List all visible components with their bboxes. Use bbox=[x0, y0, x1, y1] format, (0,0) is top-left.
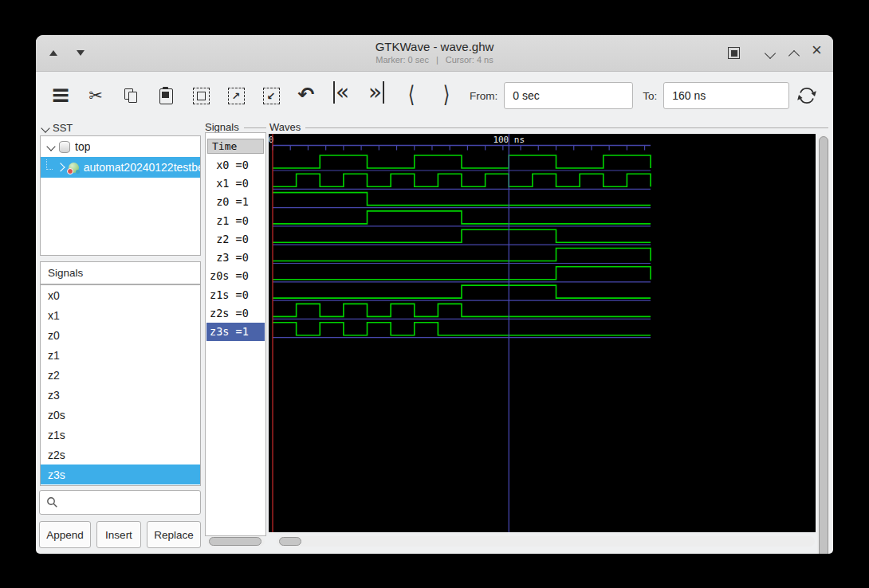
values-frame-label: Signals bbox=[205, 120, 266, 133]
values-panel: Time x0 =0 x1 =0 z0 =1 z1 =0 z2 =0 z3 =0… bbox=[205, 132, 266, 536]
expander-icon[interactable] bbox=[46, 142, 55, 151]
cursor-status: Cursor: 4 ns bbox=[446, 55, 493, 65]
value-row-z2[interactable]: z2 =0 bbox=[206, 229, 265, 248]
close-icon[interactable]: × bbox=[812, 41, 822, 59]
paste-icon[interactable] bbox=[152, 77, 179, 114]
sst-tree: top automat20240122testbe bbox=[40, 135, 201, 256]
signal-list-item-z1[interactable]: z1 bbox=[41, 345, 200, 365]
tree-item-label: top bbox=[75, 140, 90, 153]
shade-down-icon[interactable] bbox=[77, 50, 85, 56]
step-left-icon[interactable]: ⟨ bbox=[398, 77, 425, 114]
to-input[interactable] bbox=[663, 82, 789, 109]
value-row-z0[interactable]: z0 =1 bbox=[206, 193, 265, 211]
values-frame-label-text: Signals bbox=[205, 121, 239, 133]
step-right-icon[interactable]: ⟩ bbox=[433, 77, 460, 114]
signal-list-item-x0[interactable]: x0 bbox=[41, 285, 200, 305]
tree-connector-icon bbox=[46, 159, 53, 170]
tree-item-top[interactable]: top bbox=[41, 136, 200, 157]
replace-button[interactable]: Replace bbox=[147, 521, 201, 548]
signal-list-item-z0[interactable]: z0 bbox=[41, 325, 200, 345]
shade-up-icon[interactable] bbox=[49, 50, 57, 56]
search-box[interactable] bbox=[39, 490, 201, 515]
titlebar-text: GTKWave - wave.ghw Marker: 0 sec | Curso… bbox=[195, 40, 674, 65]
search-input[interactable] bbox=[63, 496, 200, 509]
signal-list-item-z2[interactable]: z2 bbox=[41, 365, 200, 385]
status-line: Marker: 0 sec | Cursor: 4 ns bbox=[195, 55, 674, 65]
signal-list-item-x1[interactable]: x1 bbox=[41, 305, 200, 325]
time-header[interactable]: Time bbox=[207, 139, 264, 154]
append-button[interactable]: Append bbox=[39, 521, 91, 548]
value-row-z1s[interactable]: z1s =0 bbox=[206, 285, 265, 304]
waves-frame-label: Waves bbox=[269, 120, 828, 133]
status-separator: | bbox=[436, 55, 438, 65]
signal-list-item-z3s[interactable]: z3s bbox=[41, 465, 200, 484]
fullscreen-icon[interactable] bbox=[728, 47, 740, 59]
signal-list-item-z1s[interactable]: z1s bbox=[41, 425, 200, 445]
zoom-out-icon[interactable]: ↙ bbox=[258, 77, 285, 114]
desktop-background: GTKWave - wave.ghw Marker: 0 sec | Curso… bbox=[0, 0, 869, 588]
values-hscrollbar[interactable] bbox=[207, 536, 265, 547]
cut-icon[interactable]: ✂ bbox=[82, 77, 109, 114]
zoom-fit-icon[interactable] bbox=[187, 77, 214, 114]
insert-button[interactable]: Insert bbox=[96, 521, 141, 548]
chevron-down-icon bbox=[41, 123, 49, 132]
scrollbar-thumb[interactable] bbox=[279, 537, 301, 546]
signal-list-item-z0s[interactable]: z0s bbox=[41, 405, 200, 425]
menu-icon[interactable]: ≡ bbox=[47, 77, 74, 114]
search-icon bbox=[46, 496, 58, 508]
minimize-chevron-icon[interactable] bbox=[765, 48, 776, 59]
signals-list-header: Signals bbox=[40, 261, 201, 284]
wave-canvas[interactable]: 0100 ns bbox=[269, 134, 816, 532]
scrollbar-thumb[interactable] bbox=[209, 537, 261, 546]
zoom-in-icon[interactable]: ↗ bbox=[222, 77, 250, 114]
skip-start-icon[interactable]: « bbox=[328, 77, 355, 114]
entity-icon bbox=[69, 163, 79, 173]
window-title: GTKWave - wave.ghw bbox=[195, 40, 674, 53]
toolbar-icon-group: ≡✂↗↙↶«»⟨⟩ bbox=[47, 77, 460, 114]
skip-end-icon[interactable]: » bbox=[363, 77, 390, 114]
signal-list-item-z2s[interactable]: z2s bbox=[41, 445, 200, 465]
value-row-x1[interactable]: x1 =0 bbox=[206, 174, 265, 192]
gtkwave-window: GTKWave - wave.ghw Marker: 0 sec | Curso… bbox=[36, 35, 833, 554]
reload-icon[interactable] bbox=[793, 77, 820, 114]
from-input[interactable] bbox=[504, 82, 633, 109]
undo-icon[interactable]: ↶ bbox=[293, 77, 320, 114]
maximize-chevron-icon[interactable] bbox=[788, 50, 800, 61]
tree-item-automat[interactable]: automat20240122testbe bbox=[41, 157, 200, 178]
value-row-z1[interactable]: z1 =0 bbox=[206, 211, 265, 229]
value-row-z2s[interactable]: z2s =0 bbox=[206, 304, 265, 322]
sst-label: SST bbox=[53, 122, 73, 134]
signals-list-header-label: Signals bbox=[48, 267, 83, 279]
waves-hscrollbar[interactable] bbox=[277, 536, 815, 547]
scope-icon bbox=[59, 141, 70, 153]
copy-icon[interactable] bbox=[117, 77, 144, 114]
sst-section-header[interactable]: SST bbox=[42, 122, 73, 134]
value-row-z0s[interactable]: z0s =0 bbox=[206, 267, 265, 285]
waveform-svg: 0100 ns bbox=[269, 134, 816, 532]
signal-list-item-z3[interactable]: z3 bbox=[41, 385, 200, 405]
signal-list: x0x1z0z1z2z3z0sz1sz2sz3s bbox=[40, 284, 201, 486]
waves-frame-label-text: Waves bbox=[269, 121, 301, 133]
titlebar[interactable]: GTKWave - wave.ghw Marker: 0 sec | Curso… bbox=[36, 35, 833, 72]
toolbar: ≡✂↗↙↶«»⟨⟩ From: To: bbox=[36, 72, 833, 120]
value-rows: x0 =0 x1 =0 z0 =1 z1 =0 z2 =0 z3 =0z0s =… bbox=[206, 155, 265, 341]
tree-item-label: automat20240122testbe bbox=[84, 161, 200, 174]
from-label: From: bbox=[470, 90, 497, 102]
marker-status: Marker: 0 sec bbox=[376, 55, 429, 65]
waves-vscrollbar[interactable] bbox=[817, 135, 829, 554]
expander-icon[interactable] bbox=[56, 163, 65, 171]
value-row-x0[interactable]: x0 =0 bbox=[206, 155, 265, 174]
value-row-z3s[interactable]: z3s =1 bbox=[206, 323, 265, 341]
scrollbar-thumb[interactable] bbox=[819, 136, 828, 554]
to-label: To: bbox=[643, 90, 657, 102]
value-row-z3[interactable]: z3 =0 bbox=[206, 248, 265, 266]
